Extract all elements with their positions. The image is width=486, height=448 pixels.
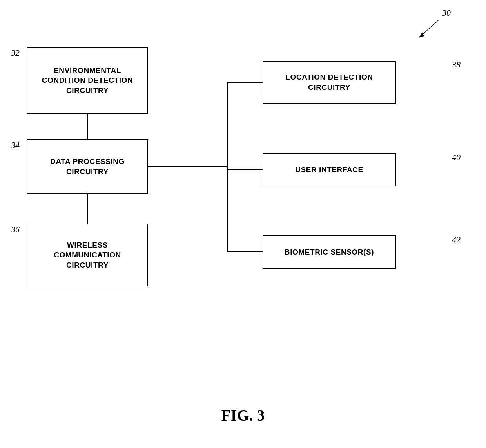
- ref-36: 36: [11, 224, 20, 235]
- ref-32: 32: [11, 48, 20, 58]
- ref-38: 38: [452, 60, 461, 70]
- location-detection-label: LOCATION DETECTIONCIRCUITRY: [285, 72, 373, 92]
- wireless-comm-box: WIRELESSCOMMUNICATIONCIRCUITRY: [27, 224, 148, 286]
- biometric-sensor-label: BIOMETRIC SENSOR(S): [285, 247, 374, 257]
- location-detection-box: LOCATION DETECTIONCIRCUITRY: [263, 61, 396, 104]
- ref-30: 32 30: [442, 8, 451, 18]
- data-processing-box: DATA PROCESSINGCIRCUITRY: [27, 139, 148, 194]
- ref-34: 34: [11, 140, 20, 150]
- env-condition-label: ENVIRONMENTALCONDITION DETECTIONCIRCUITR…: [42, 66, 133, 96]
- env-condition-box: ENVIRONMENTALCONDITION DETECTIONCIRCUITR…: [27, 47, 148, 114]
- diagram: 32 30 32 ENVIRONMENTALCONDITION DETECTIO…: [0, 0, 486, 448]
- data-processing-label: DATA PROCESSINGCIRCUITRY: [50, 157, 125, 177]
- ref-42: 42: [452, 235, 461, 245]
- svg-marker-8: [419, 32, 424, 37]
- user-interface-label: USER INTERFACE: [295, 165, 363, 175]
- svg-line-7: [419, 20, 439, 37]
- wireless-comm-label: WIRELESSCOMMUNICATIONCIRCUITRY: [54, 240, 121, 270]
- ref-40: 40: [452, 152, 461, 162]
- user-interface-box: USER INTERFACE: [263, 153, 396, 186]
- biometric-sensor-box: BIOMETRIC SENSOR(S): [263, 235, 396, 269]
- figure-label: FIG. 3: [221, 406, 265, 424]
